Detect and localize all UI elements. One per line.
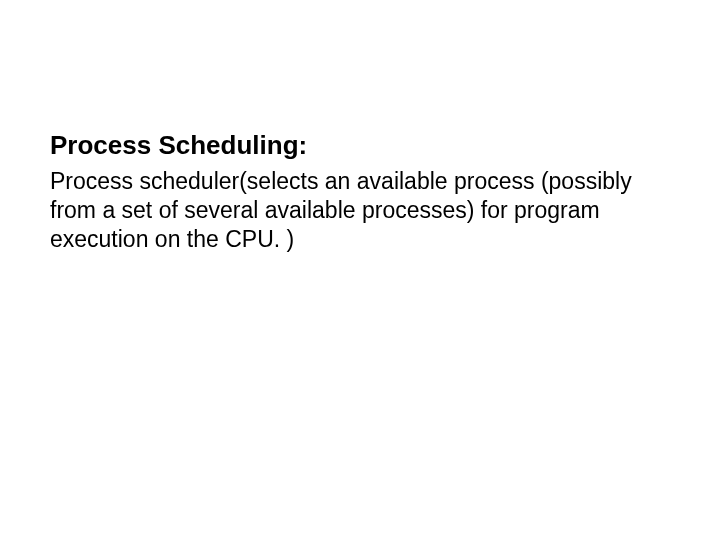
- slide: Process Scheduling: Process scheduler(se…: [0, 0, 720, 540]
- slide-body-text: Process scheduler(selects an available p…: [50, 167, 670, 253]
- slide-heading: Process Scheduling:: [50, 130, 670, 161]
